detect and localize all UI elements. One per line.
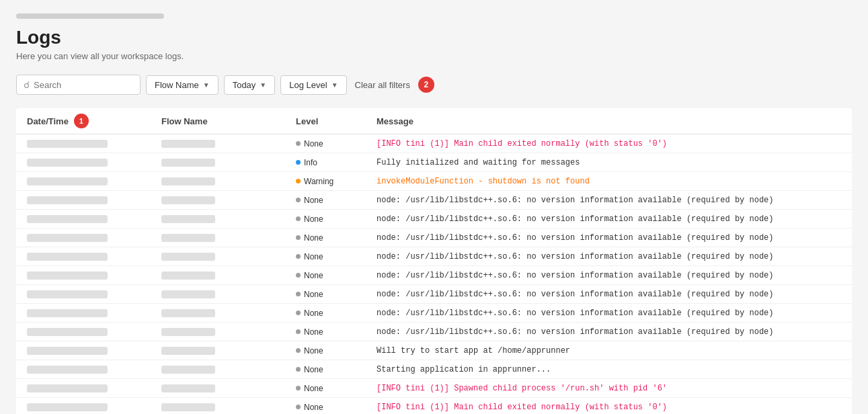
datetime-cell	[27, 403, 161, 411]
datetime-cell	[27, 215, 161, 223]
level-text: None	[304, 365, 323, 374]
level-cell: None	[296, 365, 377, 374]
table-header: Date/Time 1 Flow Name Level Message	[16, 108, 852, 134]
flowname-cell	[161, 328, 296, 336]
log-level-dropdown[interactable]: Log Level ▼	[280, 75, 346, 95]
level-cell: None	[296, 403, 377, 412]
message-cell: Starting application in apprunner...	[377, 365, 841, 374]
message-cell: [INFO tini (1)] Main child exited normal…	[377, 139, 841, 149]
message-cell: invokeModuleFunction - shutdown is not f…	[377, 177, 841, 186]
table-row: Nonenode: /usr/lib/libstdc++.so.6: no ve…	[16, 191, 852, 210]
level-text: None	[304, 214, 323, 224]
col-flowname: Flow Name	[161, 116, 296, 126]
level-text: None	[304, 384, 323, 393]
header-badge-1: 1	[74, 114, 89, 128]
datetime-cell	[27, 140, 161, 148]
flowname-cell	[161, 140, 296, 148]
col-datetime: Date/Time 1	[27, 114, 161, 128]
level-cell: None	[296, 233, 377, 243]
datetime-cell	[27, 253, 161, 261]
table-row: NoneWill try to start app at /home/appru…	[16, 341, 852, 360]
level-dot-icon	[296, 310, 301, 315]
message-cell: node: /usr/lib/libstdc++.so.6: no versio…	[377, 308, 841, 318]
level-text: None	[304, 271, 323, 280]
flowname-cell	[161, 177, 296, 185]
table-row: None[INFO tini (1)] Main child exited no…	[16, 134, 852, 153]
level-text: Info	[304, 158, 317, 167]
datetime-cell	[27, 272, 161, 280]
table-row: Nonenode: /usr/lib/libstdc++.so.6: no ve…	[16, 266, 852, 285]
today-dropdown[interactable]: Today ▼	[224, 75, 276, 95]
table-row: Nonenode: /usr/lib/libstdc++.so.6: no ve…	[16, 304, 852, 323]
datetime-cell	[27, 328, 161, 336]
flow-name-dropdown[interactable]: Flow Name ▼	[146, 75, 219, 95]
message-cell: [INFO tini (1)] Main child exited normal…	[377, 403, 841, 412]
level-cell: None	[296, 384, 377, 393]
col-message: Message	[377, 116, 841, 126]
level-text: None	[304, 290, 323, 299]
level-cell: None	[296, 252, 377, 261]
level-cell: None	[296, 271, 377, 280]
message-cell: node: /usr/lib/libstdc++.so.6: no versio…	[377, 252, 841, 261]
table-row: NoneStarting application in apprunner...	[16, 360, 852, 379]
chevron-down-icon: ▼	[331, 81, 338, 89]
datetime-cell	[27, 347, 161, 355]
level-cell: None	[296, 290, 377, 299]
datetime-cell	[27, 159, 161, 167]
level-cell: Info	[296, 158, 377, 167]
flowname-cell	[161, 403, 296, 411]
table-body: None[INFO tini (1)] Main child exited no…	[16, 134, 852, 414]
filters-row: ☌ Flow Name ▼ Today ▼ Log Level ▼ Clear …	[16, 75, 852, 95]
level-cell: Warning	[296, 177, 377, 186]
level-cell: None	[296, 196, 377, 205]
table-row: None[INFO tini (1)] Main child exited no…	[16, 398, 852, 414]
datetime-cell	[27, 234, 161, 242]
datetime-cell	[27, 384, 161, 392]
level-dot-icon	[296, 386, 301, 390]
scrollbar[interactable]	[16, 13, 164, 19]
level-text: Warning	[304, 177, 333, 186]
level-cell: None	[296, 214, 377, 224]
level-cell: None	[296, 327, 377, 337]
page-subtitle: Here you can view all your workspace log…	[16, 51, 852, 61]
datetime-cell	[27, 366, 161, 374]
search-input[interactable]	[34, 80, 133, 90]
level-dot-icon	[296, 292, 301, 296]
flowname-cell	[161, 253, 296, 261]
level-text: None	[304, 327, 323, 337]
table-row: Nonenode: /usr/lib/libstdc++.so.6: no ve…	[16, 323, 852, 341]
level-cell: None	[296, 139, 377, 149]
message-cell: node: /usr/lib/libstdc++.so.6: no versio…	[377, 214, 841, 224]
level-text: None	[304, 233, 323, 243]
message-cell: node: /usr/lib/libstdc++.so.6: no versio…	[377, 290, 841, 299]
level-dot-icon	[296, 273, 301, 278]
message-cell: node: /usr/lib/libstdc++.so.6: no versio…	[377, 327, 841, 337]
chevron-down-icon: ▼	[203, 81, 210, 89]
level-text: None	[304, 139, 323, 149]
filter-badge-2: 2	[418, 77, 434, 93]
table-row: WarninginvokeModuleFunction - shutdown i…	[16, 172, 852, 191]
level-text: None	[304, 308, 323, 318]
search-icon: ☌	[24, 79, 30, 90]
flowname-cell	[161, 234, 296, 242]
level-dot-icon	[296, 329, 301, 334]
flowname-cell	[161, 272, 296, 280]
search-box[interactable]: ☌	[16, 75, 141, 95]
flowname-cell	[161, 215, 296, 223]
level-dot-icon	[296, 348, 301, 353]
table-row: None[INFO tini (1)] Spawned child proces…	[16, 379, 852, 398]
level-cell: None	[296, 308, 377, 318]
table-row: Nonenode: /usr/lib/libstdc++.so.6: no ve…	[16, 247, 852, 266]
message-cell: node: /usr/lib/libstdc++.so.6: no versio…	[377, 233, 841, 243]
page-title: Logs	[16, 27, 852, 48]
datetime-cell	[27, 290, 161, 298]
level-dot-icon	[296, 216, 301, 221]
table-row: Nonenode: /usr/lib/libstdc++.so.6: no ve…	[16, 210, 852, 229]
level-dot-icon	[296, 367, 301, 372]
datetime-cell	[27, 196, 161, 204]
table-row: Nonenode: /usr/lib/libstdc++.so.6: no ve…	[16, 229, 852, 247]
clear-all-filters-button[interactable]: Clear all filters	[352, 76, 413, 94]
message-cell: Will try to start app at /home/apprunner	[377, 346, 841, 356]
message-cell: node: /usr/lib/libstdc++.so.6: no versio…	[377, 196, 841, 205]
datetime-cell	[27, 177, 161, 185]
